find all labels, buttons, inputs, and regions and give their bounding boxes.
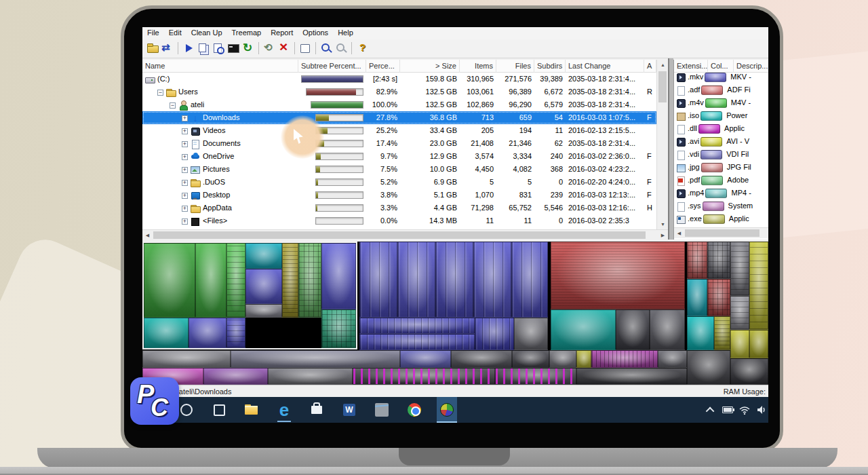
extension-column-header-3[interactable]: Descrip... xyxy=(734,60,768,73)
treemap-block[interactable] xyxy=(473,242,511,318)
refresh-icon[interactable] xyxy=(241,41,256,56)
menu-item-help[interactable]: Help xyxy=(333,27,358,37)
treemap-block[interactable] xyxy=(514,318,548,350)
treemap-block[interactable] xyxy=(400,350,451,368)
treemap-block[interactable] xyxy=(687,279,707,316)
treemap-block[interactable] xyxy=(397,242,435,318)
menu-item-report[interactable]: Report xyxy=(266,27,298,37)
extension-row-exe[interactable]: .exeApplic xyxy=(674,214,768,227)
treemap-block[interactable] xyxy=(142,350,231,368)
scrollbar-thumb[interactable] xyxy=(153,231,646,239)
treemap-block[interactable] xyxy=(687,316,714,350)
treemap-block[interactable] xyxy=(714,316,730,350)
expand-toggle[interactable]: + xyxy=(182,141,188,147)
expand-toggle[interactable]: − xyxy=(170,102,176,109)
extension-column-header-2[interactable]: Col... xyxy=(708,60,734,73)
extension-row-m4v[interactable]: .m4vM4V - xyxy=(674,98,768,111)
column-header-1[interactable]: Name xyxy=(142,60,298,73)
del-icon[interactable] xyxy=(277,41,292,56)
play-icon[interactable] xyxy=(181,41,196,56)
treemap-block[interactable] xyxy=(451,350,512,368)
treemap-block[interactable] xyxy=(353,368,495,385)
scroll-right-arrow[interactable]: ▶ xyxy=(658,230,668,240)
open-icon[interactable] xyxy=(145,41,160,56)
help-icon[interactable] xyxy=(355,41,370,56)
expand-toggle[interactable]: − xyxy=(157,90,163,96)
treemap-block[interactable] xyxy=(359,334,475,350)
file-row-users[interactable]: −Users82.9%132.5 GB103,06196,3896,672203… xyxy=(142,86,656,98)
extension-row-avi[interactable]: .aviAVI - V xyxy=(674,137,768,150)
treemap-block[interactable] xyxy=(749,330,768,358)
column-header-9[interactable]: A xyxy=(644,60,656,73)
scrollbar-thumb[interactable] xyxy=(658,71,667,102)
extension-row-mkv[interactable]: .mkvMKV - xyxy=(674,73,768,86)
taskbar-taskview-icon[interactable] xyxy=(209,397,229,423)
scroll-up-arrow[interactable]: ▲ xyxy=(657,60,669,70)
treemap-block[interactable] xyxy=(707,279,730,316)
treemap-block[interactable] xyxy=(730,330,749,358)
file-row-ateli[interactable]: −ateli100.0%132.5 GB102,86996,2906,57920… xyxy=(142,98,656,111)
column-header-6[interactable]: Files xyxy=(496,60,534,73)
file-row-downloads[interactable]: +↓Downloads27.8%36.8 GB713659542016-03-0… xyxy=(142,111,656,124)
taskbar-whiteapp-icon[interactable] xyxy=(372,397,392,423)
treemap-block[interactable] xyxy=(576,350,591,368)
column-header-8[interactable]: Last Change xyxy=(566,60,644,73)
treemap-block[interactable] xyxy=(707,242,730,279)
treemap-block[interactable] xyxy=(658,350,687,368)
extension-row-jpg[interactable]: .jpgJPG Fil xyxy=(674,163,768,176)
extension-row-pdf[interactable]: .pdfAdobe xyxy=(674,176,768,189)
treemap-block[interactable] xyxy=(495,368,576,385)
panel-splitter[interactable] xyxy=(668,58,673,240)
file-row-pictures[interactable]: +Pictures7.5%10.0 GB4,4504,0823682016-03… xyxy=(142,163,656,176)
tray-wifi-icon[interactable] xyxy=(739,404,750,415)
treemap-block[interactable] xyxy=(551,309,616,350)
file-row-onedrive[interactable]: +OneDrive9.7%12.9 GB3,5743,3342402016-03… xyxy=(142,150,656,163)
treemap-block[interactable] xyxy=(687,350,730,385)
menu-item-treemap[interactable]: Treemap xyxy=(227,27,267,37)
tray-speaker-icon[interactable] xyxy=(756,404,767,415)
treemap-block[interactable] xyxy=(512,350,549,368)
tray-chevron-icon[interactable] xyxy=(705,404,716,415)
clean-icon[interactable] xyxy=(262,41,277,56)
treemap-block[interactable] xyxy=(576,368,687,385)
taskbar-explorer-icon[interactable] xyxy=(241,397,262,423)
treemap-block[interactable] xyxy=(749,242,768,330)
treemap-block[interactable] xyxy=(730,242,749,296)
column-header-2[interactable]: Subtree Percent... xyxy=(298,60,366,73)
menu-item-file[interactable]: File xyxy=(142,27,164,37)
column-header-3[interactable]: Perce... xyxy=(366,60,400,73)
column-header-4[interactable]: > Size xyxy=(400,60,460,73)
scroll-left-arrow[interactable]: ◀ xyxy=(142,230,153,240)
file-row--duos[interactable]: +.DuOS5.2%6.9 GB5502016-02-20 4:24:0...F xyxy=(142,176,656,189)
menu-item-options[interactable]: Options xyxy=(298,27,333,37)
treemap-block[interactable] xyxy=(359,318,475,334)
expand-toggle[interactable]: + xyxy=(182,115,188,121)
taskbar-edge-icon[interactable]: e xyxy=(274,397,294,423)
extension-column-header-1[interactable]: Extensi... xyxy=(674,60,708,73)
scroll-down-arrow[interactable]: ▼ xyxy=(657,219,669,229)
treemap-block[interactable] xyxy=(475,318,514,350)
taskbar-windirstat-icon[interactable] xyxy=(437,397,457,423)
scrollbar-thumb[interactable] xyxy=(685,229,760,237)
extension-row-iso[interactable]: .isoPower xyxy=(674,111,768,124)
expand-toggle[interactable]: + xyxy=(182,128,188,134)
treemap-block[interactable] xyxy=(616,309,650,350)
extension-row-mp4[interactable]: .mp4MP4 - xyxy=(674,189,768,202)
zoomin-icon[interactable] xyxy=(319,41,334,56)
file-row-appdata[interactable]: +AppData3.3%4.4 GB71,29865,7525,5462016-… xyxy=(142,202,656,214)
expand-toggle[interactable]: + xyxy=(182,167,188,173)
treemap-block[interactable] xyxy=(549,350,576,368)
treemap-block[interactable] xyxy=(650,309,685,350)
menu-item-edit[interactable]: Edit xyxy=(164,27,186,37)
update-icon[interactable] xyxy=(160,41,175,56)
vertical-scrollbar[interactable]: ▲ ▼ xyxy=(656,60,668,229)
treemap-block[interactable] xyxy=(359,242,397,318)
expand-toggle[interactable]: + xyxy=(182,180,188,186)
new-icon[interactable] xyxy=(298,41,313,56)
treemap-block[interactable] xyxy=(511,242,548,318)
expand-toggle[interactable]: + xyxy=(182,193,188,199)
treemap-block[interactable] xyxy=(687,242,707,279)
treemap[interactable] xyxy=(142,242,768,385)
treemap-block[interactable] xyxy=(231,350,400,368)
file-row-documents[interactable]: +Documents17.4%23.0 GB21,40821,346622035… xyxy=(142,137,656,150)
